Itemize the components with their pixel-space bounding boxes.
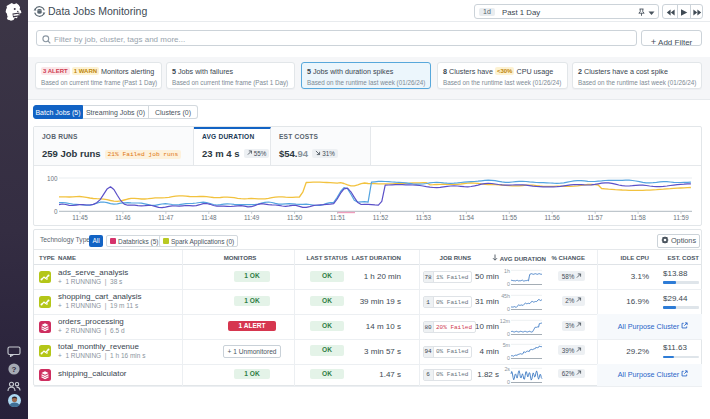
svg-text:11:49: 11:49 <box>244 214 260 221</box>
svg-text:11:50: 11:50 <box>287 214 303 221</box>
svg-text:12m: 12m <box>500 318 511 324</box>
svg-text:0: 0 <box>507 379 510 385</box>
svg-text:2s: 2s <box>504 366 510 372</box>
svg-text:11:58: 11:58 <box>630 214 646 221</box>
svg-text:11:54: 11:54 <box>459 214 475 221</box>
svg-text:11:59: 11:59 <box>673 214 689 221</box>
svg-text:11:53: 11:53 <box>416 214 432 221</box>
svg-text:11:46: 11:46 <box>115 214 131 221</box>
svg-text:11:51: 11:51 <box>330 214 346 221</box>
svg-text:11:45: 11:45 <box>72 214 88 221</box>
svg-text:0: 0 <box>507 281 510 287</box>
svg-text:100: 100 <box>47 175 58 182</box>
svg-text:45h: 45h <box>501 293 510 299</box>
svg-text:11:47: 11:47 <box>158 214 174 221</box>
svg-text:11:48: 11:48 <box>201 214 217 221</box>
svg-text:0: 0 <box>507 331 510 337</box>
svg-text:1h: 1h <box>504 268 510 274</box>
svg-text:11:57: 11:57 <box>588 214 604 221</box>
svg-text:0: 0 <box>54 208 58 215</box>
svg-text:11:55: 11:55 <box>502 214 518 221</box>
svg-text:?: ? <box>12 365 17 374</box>
svg-text:0: 0 <box>507 355 510 361</box>
svg-text:11:56: 11:56 <box>545 214 561 221</box>
svg-text:0: 0 <box>507 306 510 312</box>
svg-text:11:52: 11:52 <box>373 214 389 221</box>
svg-text:5m: 5m <box>503 342 511 348</box>
